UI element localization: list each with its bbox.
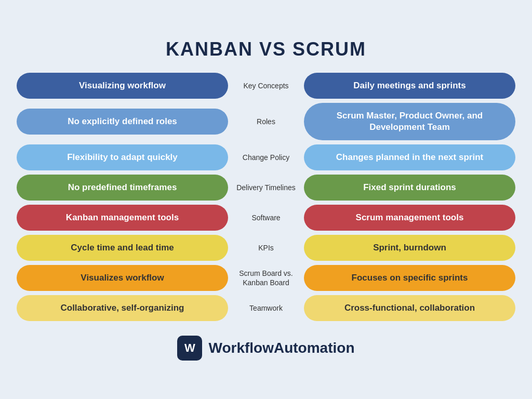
scrum-pill-5: Sprint, burndown: [304, 235, 515, 261]
concept-cell-0: Key Concepts: [232, 79, 300, 92]
footer-logo: W: [177, 336, 202, 361]
footer: W WorkflowAutomation: [17, 336, 515, 361]
scrum-cell-6: Focuses on specific sprints: [300, 265, 515, 291]
kanban-pill-7: Collaborative, self-organizing: [17, 295, 228, 321]
concept-cell-5: KPIs: [232, 241, 300, 255]
scrum-cell-2: Changes planned in the next sprint: [300, 144, 515, 170]
scrum-pill-7: Cross-functional, collaboration: [304, 295, 515, 321]
kanban-cell-3: No predefined timeframes: [17, 175, 232, 201]
kanban-cell-2: Flexibility to adapt quickly: [17, 144, 232, 170]
kanban-pill-4: Kanban management tools: [17, 205, 228, 231]
scrum-pill-0: Daily meetings and sprints: [304, 73, 515, 99]
scrum-cell-1: Scrum Master, Product Owner, and Develop…: [300, 103, 515, 140]
concept-cell-3: Delivery Timelines: [232, 181, 300, 194]
concept-cell-2: Change Policy: [232, 151, 300, 164]
concept-cell-1: Roles: [232, 115, 300, 128]
kanban-cell-0: Visualizing workflow: [17, 73, 232, 99]
kanban-cell-7: Collaborative, self-organizing: [17, 295, 232, 321]
logo-symbol: W: [184, 341, 195, 355]
kanban-pill-2: Flexibility to adapt quickly: [17, 144, 228, 170]
scrum-pill-4: Scrum management tools: [304, 205, 515, 231]
page-title: KANBAN VS SCRUM: [17, 38, 515, 60]
kanban-cell-4: Kanban management tools: [17, 205, 232, 231]
scrum-cell-5: Sprint, burndown: [300, 235, 515, 261]
comparison-grid: Visualizing workflowKey ConceptsDaily me…: [17, 73, 515, 322]
scrum-pill-1: Scrum Master, Product Owner, and Develop…: [304, 103, 515, 140]
kanban-pill-1: No explicitly defined roles: [17, 109, 228, 135]
concept-cell-6: Scrum Board vs. Kanban Board: [232, 267, 300, 289]
scrum-cell-7: Cross-functional, collaboration: [300, 295, 515, 321]
kanban-cell-6: Visualizes workflow: [17, 265, 232, 291]
kanban-pill-3: No predefined timeframes: [17, 175, 228, 201]
kanban-cell-1: No explicitly defined roles: [17, 109, 232, 135]
kanban-pill-0: Visualizing workflow: [17, 73, 228, 99]
kanban-pill-5: Cycle time and lead time: [17, 235, 228, 261]
scrum-pill-6: Focuses on specific sprints: [304, 265, 515, 291]
scrum-pill-2: Changes planned in the next sprint: [304, 144, 515, 170]
scrum-cell-4: Scrum management tools: [300, 205, 515, 231]
brand-name: WorkflowAutomation: [208, 340, 354, 356]
scrum-pill-3: Fixed sprint durations: [304, 175, 515, 201]
scrum-cell-3: Fixed sprint durations: [300, 175, 515, 201]
kanban-cell-5: Cycle time and lead time: [17, 235, 232, 261]
concept-cell-4: Software: [232, 211, 300, 224]
kanban-pill-6: Visualizes workflow: [17, 265, 228, 291]
scrum-cell-0: Daily meetings and sprints: [300, 73, 515, 99]
main-container: KANBAN VS SCRUM Visualizing workflowKey …: [11, 28, 521, 371]
concept-cell-7: Teamwork: [232, 301, 300, 315]
